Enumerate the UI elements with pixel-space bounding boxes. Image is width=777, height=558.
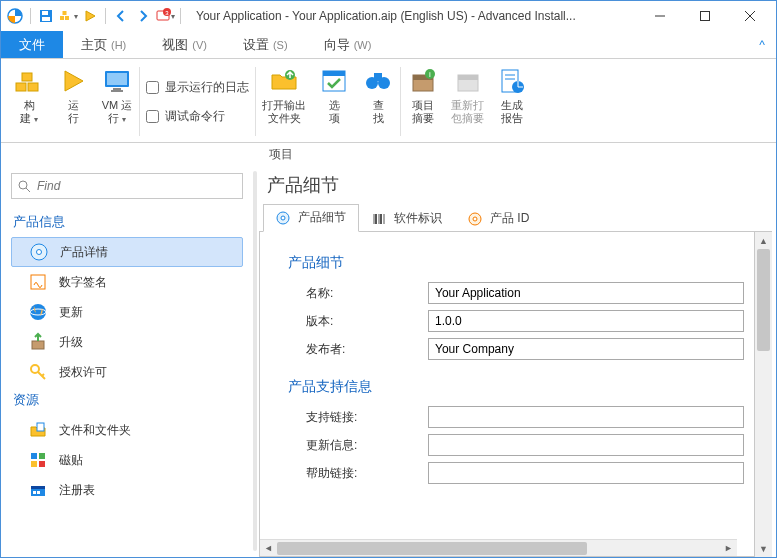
input-help-link[interactable] <box>428 462 744 484</box>
input-publisher[interactable] <box>428 338 744 360</box>
project-label: 项目 <box>1 143 776 165</box>
horizontal-scrollbar[interactable]: ◄► <box>260 539 737 556</box>
repack-icon <box>452 65 484 97</box>
ribbon: 构 建 ▾ 运 行 VM 运 行 ▾ 显示运行的日志 调试命令行 打开输出 文件… <box>1 59 776 143</box>
svg-line-38 <box>26 188 30 192</box>
svg-rect-32 <box>458 75 478 80</box>
menu-bar: 文件 主页(H) 视图(V) 设置(S) 向导(W) ^ <box>1 31 776 59</box>
notification-icon[interactable]: 3▾ <box>155 6 175 26</box>
disc-id-icon <box>468 211 484 227</box>
menu-home[interactable]: 主页(H) <box>63 31 144 58</box>
svg-rect-51 <box>31 461 37 467</box>
find-box[interactable] <box>11 173 243 199</box>
tree-item-product-details[interactable]: 产品详情 <box>11 237 243 267</box>
menu-view[interactable]: 视图(V) <box>144 31 225 58</box>
vertical-scrollbar[interactable]: ▲▼ <box>755 232 772 557</box>
tree-header-product-info: 产品信息 <box>11 209 251 237</box>
svg-rect-3 <box>42 17 50 21</box>
splitter[interactable] <box>251 165 259 557</box>
menu-file[interactable]: 文件 <box>1 31 63 58</box>
back-icon[interactable] <box>111 6 131 26</box>
minimize-button[interactable] <box>637 2 682 30</box>
ribbon-run-button[interactable]: 运 行 <box>51 63 95 140</box>
tree-item-tiles[interactable]: 磁贴 <box>11 445 251 475</box>
ribbon-summary-button[interactable]: i 项目 摘要 <box>401 63 445 140</box>
run-icon[interactable] <box>80 6 100 26</box>
collapse-ribbon-icon[interactable]: ^ <box>748 31 776 58</box>
svg-rect-41 <box>31 275 45 289</box>
ribbon-options-button[interactable]: 选 项 <box>312 63 356 140</box>
section-product-details: 产品细节 <box>288 254 744 272</box>
tree-item-license[interactable]: 授权许可 <box>11 357 251 387</box>
input-update-info[interactable] <box>428 434 744 456</box>
ribbon-find-button[interactable]: 查 找 <box>356 63 400 140</box>
show-log-checkbox[interactable]: 显示运行的日志 <box>146 77 249 98</box>
left-panel: 产品信息 产品详情 数字签名 更新 升级 授权许可 资源 文件和文件夹 磁贴 <box>1 165 251 557</box>
tiles-icon <box>27 449 49 471</box>
maximize-button[interactable] <box>682 2 727 30</box>
find-input[interactable] <box>37 179 236 193</box>
app-icon[interactable] <box>5 6 25 26</box>
svg-point-42 <box>30 304 46 320</box>
svg-rect-11 <box>700 12 709 21</box>
close-button[interactable] <box>727 2 772 30</box>
svg-point-37 <box>19 181 27 189</box>
svg-rect-52 <box>39 461 45 467</box>
page-title: 产品细节 <box>259 169 772 203</box>
svg-rect-44 <box>32 341 44 349</box>
svg-rect-16 <box>22 73 32 81</box>
tab-product-id[interactable]: 产品 ID <box>455 205 542 232</box>
menu-wizard[interactable]: 向导(W) <box>306 31 390 58</box>
svg-rect-15 <box>28 83 38 91</box>
options-icon <box>318 65 350 97</box>
svg-text:i: i <box>429 70 431 79</box>
tree-item-registry[interactable]: 注册表 <box>11 475 251 505</box>
build-icon[interactable]: ▾ <box>58 6 78 26</box>
svg-rect-55 <box>33 491 36 494</box>
svg-rect-54 <box>31 486 45 489</box>
tree-item-upgrade[interactable]: 升级 <box>11 327 251 357</box>
main-area: 产品信息 产品详情 数字签名 更新 升级 授权许可 资源 文件和文件夹 磁贴 <box>1 165 776 557</box>
ribbon-build-button[interactable]: 构 建 ▾ <box>7 63 51 140</box>
tab-product-details[interactable]: 产品细节 <box>263 204 359 232</box>
tab-software-id[interactable]: 软件标识 <box>359 205 455 232</box>
label-update-info: 更新信息: <box>288 437 428 454</box>
ribbon-vmrun-button[interactable]: VM 运 行 ▾ <box>95 63 139 140</box>
label-version: 版本: <box>288 313 428 330</box>
input-name[interactable] <box>428 282 744 304</box>
svg-rect-6 <box>63 11 67 15</box>
ribbon-open-output-button[interactable]: 打开输出 文件夹 <box>256 63 312 140</box>
menu-settings[interactable]: 设置(S) <box>225 31 306 58</box>
bricks-icon <box>13 65 45 97</box>
section-support-info: 产品支持信息 <box>288 378 744 396</box>
registry-icon <box>27 479 49 501</box>
svg-rect-14 <box>16 83 26 91</box>
label-name: 名称: <box>288 285 428 302</box>
svg-rect-48 <box>37 423 44 431</box>
svg-point-40 <box>37 250 42 255</box>
ribbon-report-button[interactable]: 生成 报告 <box>490 63 534 140</box>
key-icon <box>27 361 49 383</box>
label-support-link: 支持链接: <box>288 409 428 426</box>
forward-icon[interactable] <box>133 6 153 26</box>
tree-item-update[interactable]: 更新 <box>11 297 251 327</box>
svg-rect-23 <box>323 71 345 76</box>
svg-rect-49 <box>31 453 37 459</box>
save-icon[interactable] <box>36 6 56 26</box>
binoculars-icon <box>362 65 394 97</box>
svg-rect-19 <box>113 88 121 90</box>
tree-item-digital-sign[interactable]: 数字签名 <box>11 267 251 297</box>
input-version[interactable] <box>428 310 744 332</box>
ribbon-repack-button[interactable]: 重新打 包摘要 <box>445 63 490 140</box>
monitor-icon <box>101 65 133 97</box>
signature-icon <box>27 271 49 293</box>
search-icon <box>18 180 31 193</box>
svg-line-47 <box>42 374 44 376</box>
svg-rect-56 <box>37 491 40 494</box>
folder-open-icon <box>268 65 300 97</box>
tree-item-files[interactable]: 文件和文件夹 <box>11 415 251 445</box>
input-support-link[interactable] <box>428 406 744 428</box>
debug-cmd-checkbox[interactable]: 调试命令行 <box>146 106 249 127</box>
package-icon: i <box>407 65 439 97</box>
svg-point-65 <box>473 217 477 221</box>
